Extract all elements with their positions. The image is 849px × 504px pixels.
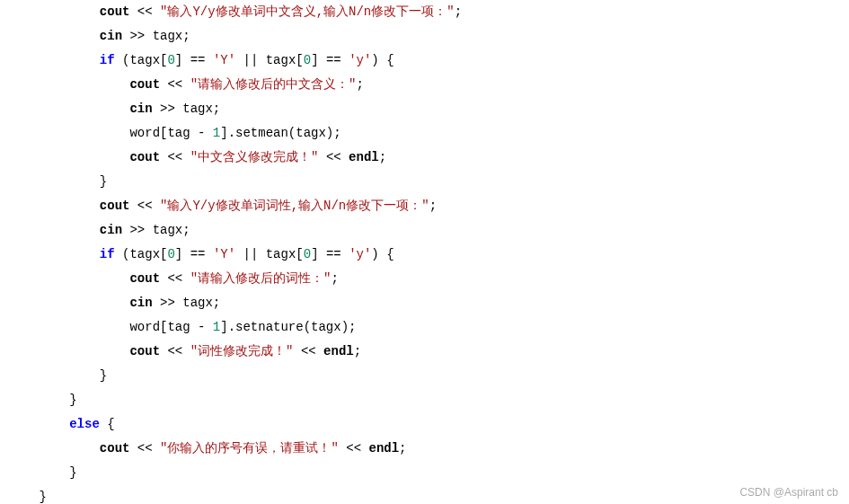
code-token xyxy=(153,199,160,213)
code-token: ] == xyxy=(175,53,213,67)
code-token: 'Y' xyxy=(213,247,235,261)
code-token: >> xyxy=(129,223,145,237)
code-token: cout xyxy=(129,77,167,92)
code-token: 0 xyxy=(304,53,311,67)
code-token: 'Y' xyxy=(213,53,235,67)
code-token: tagx; xyxy=(145,223,190,237)
code-token: ] == xyxy=(175,247,213,261)
code-line: word[tag - 1].setnature(tagx); xyxy=(9,315,840,340)
code-token: 1 xyxy=(213,320,220,334)
code-token: << xyxy=(346,441,361,455)
code-line: cout << "输入Y/y修改单词中文含义,输入N/n修改下一项："; xyxy=(9,0,840,24)
code-token: if xyxy=(100,53,115,67)
code-token: << xyxy=(137,199,153,213)
code-token: << xyxy=(137,4,153,19)
code-token: << xyxy=(167,77,182,92)
code-line: cout << "请输入修改后的中文含义："; xyxy=(9,73,840,97)
code-line: cout << "中文含义修改完成！" << endl; xyxy=(9,146,840,170)
code-token: endl xyxy=(323,344,354,358)
code-token: else xyxy=(69,417,100,431)
code-token: 'y' xyxy=(349,247,371,261)
code-line: } xyxy=(9,461,840,485)
code-token: (tagx[ xyxy=(115,247,168,261)
code-token: << xyxy=(137,441,153,455)
code-token: "你输入的序号有误，请重试！" xyxy=(160,441,339,455)
code-token xyxy=(361,441,368,455)
code-token: (tagx[ xyxy=(115,53,168,67)
code-token: word[tag - xyxy=(129,320,212,334)
code-token: ) { xyxy=(371,53,394,67)
code-token: cout xyxy=(100,4,137,19)
code-token: cin xyxy=(100,29,130,43)
code-line: cout << "请输入修改后的词性："; xyxy=(9,267,840,291)
code-line: cout << "词性修改完成！" << endl; xyxy=(9,340,840,364)
code-token: ; xyxy=(354,344,361,358)
code-token xyxy=(293,344,300,358)
code-token: ].setmean(tagx); xyxy=(220,126,340,140)
code-token: << xyxy=(167,271,182,286)
code-token: 'y' xyxy=(349,53,371,67)
code-line: cin >> tagx; xyxy=(9,218,840,243)
code-token xyxy=(341,150,349,164)
code-token xyxy=(153,4,160,19)
code-token: || tagx[ xyxy=(235,247,304,261)
code-token: ; xyxy=(379,150,386,164)
code-token: >> xyxy=(160,102,175,116)
code-token xyxy=(182,344,190,358)
code-token: cin xyxy=(100,223,130,237)
code-line: if (tagx[0] == 'Y' || tagx[0] == 'y') { xyxy=(9,243,840,267)
code-token: endl xyxy=(369,441,400,455)
code-line: cout << "你输入的序号有误，请重试！" << endl; xyxy=(9,437,840,461)
code-token: } xyxy=(69,393,76,407)
code-token: "输入Y/y修改单词词性,输入N/n修改下一项：" xyxy=(160,199,429,213)
code-token: << xyxy=(167,344,182,358)
code-token: >> xyxy=(129,29,145,43)
code-token: 0 xyxy=(167,247,174,261)
code-token: } xyxy=(100,174,107,189)
code-token: "请输入修改后的词性：" xyxy=(190,271,332,286)
code-token: "输入Y/y修改单词中文含义,输入N/n修改下一项：" xyxy=(160,4,455,19)
code-token: endl xyxy=(349,150,379,164)
code-token: || tagx[ xyxy=(235,53,304,67)
code-token: cout xyxy=(129,271,167,286)
code-token xyxy=(182,150,190,164)
code-token: "请输入修改后的中文含义：" xyxy=(190,77,357,92)
code-token: tagx; xyxy=(175,102,220,116)
code-token: 0 xyxy=(167,53,174,67)
code-token: << xyxy=(326,150,341,164)
code-token: cout xyxy=(100,441,137,455)
code-line: cin >> tagx; xyxy=(9,291,840,315)
code-line: } xyxy=(9,170,840,194)
code-token xyxy=(182,77,190,92)
code-token xyxy=(182,271,190,286)
code-token xyxy=(153,441,160,455)
code-token: ].setnature(tagx); xyxy=(220,320,356,334)
code-line: cin >> tagx; xyxy=(9,24,840,49)
code-token: >> xyxy=(160,296,175,310)
code-token: cout xyxy=(129,344,167,358)
code-token: cout xyxy=(100,199,137,213)
code-token: 0 xyxy=(304,247,311,261)
code-line: word[tag - 1].setmean(tagx); xyxy=(9,121,840,146)
code-token xyxy=(318,150,325,164)
code-token xyxy=(316,344,323,358)
code-token: } xyxy=(69,465,76,480)
code-token: ; xyxy=(399,441,406,455)
code-token: ; xyxy=(455,4,462,19)
code-token: ) { xyxy=(371,247,394,261)
code-token: tagx; xyxy=(145,29,190,43)
code-line: } xyxy=(9,485,840,504)
code-token: } xyxy=(100,368,107,383)
code-line: if (tagx[0] == 'Y' || tagx[0] == 'y') { xyxy=(9,49,840,73)
code-line: cout << "输入Y/y修改单词词性,输入N/n修改下一项："; xyxy=(9,194,840,218)
code-token: << xyxy=(301,344,316,358)
code-line: } xyxy=(9,364,840,388)
code-token: cout xyxy=(129,150,167,164)
code-block: cout << "输入Y/y修改单词中文含义,输入N/n修改下一项："; cin… xyxy=(0,0,849,504)
code-token: ; xyxy=(429,199,437,213)
code-token: word[tag - xyxy=(129,126,212,140)
code-token: if xyxy=(100,247,115,261)
code-token: 1 xyxy=(213,126,220,140)
code-token: { xyxy=(100,417,115,431)
code-token: ; xyxy=(356,77,363,92)
